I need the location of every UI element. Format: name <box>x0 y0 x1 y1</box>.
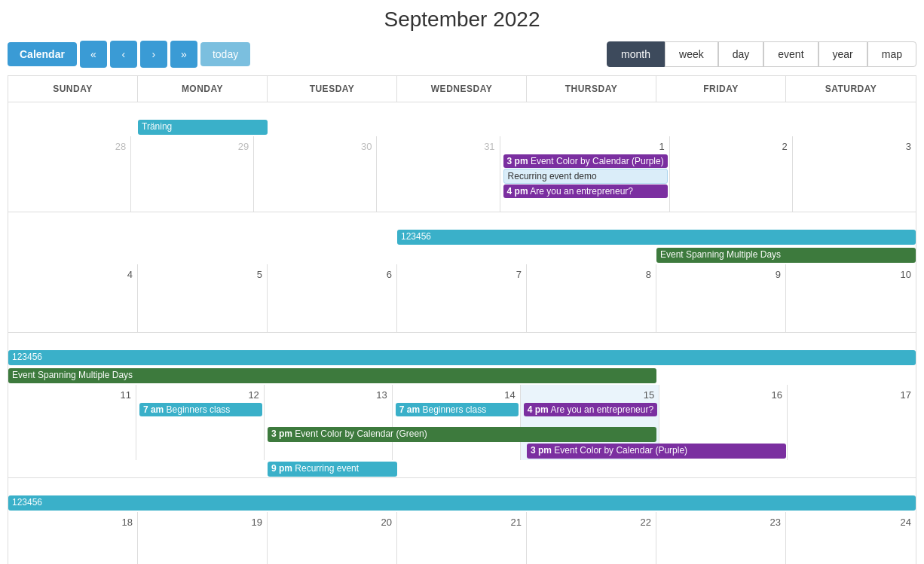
day-sep2[interactable]: 2 <box>670 136 793 212</box>
day-sep24[interactable]: 24 <box>786 512 916 564</box>
day-sep6[interactable]: 6 <box>268 264 397 332</box>
day-sep5[interactable]: 5 <box>138 264 268 332</box>
days-row-2: 4 5 6 7 8 9 10 <box>8 264 916 332</box>
view-event-button[interactable]: event <box>763 41 818 67</box>
view-buttons: month week day event year map <box>607 41 916 67</box>
day-num-28: 28 <box>11 139 129 154</box>
event-entrepreneur-sep1[interactable]: 4 pm Are you an entrepreneur? <box>503 184 668 198</box>
day-sep12[interactable]: 12 7 am Beginners class <box>136 385 265 460</box>
spanning-layer-2: 123456 <box>8 212 916 246</box>
day-num-21: 21 <box>400 515 525 529</box>
calendar-grid: SUNDAY MONDAY TUESDAY WEDNESDAY THURSDAY… <box>8 75 916 564</box>
span-empty <box>527 461 656 477</box>
day-num-20: 20 <box>271 515 395 529</box>
header-saturday: SATURDAY <box>786 76 916 102</box>
day-num-6: 6 <box>271 267 395 282</box>
view-month-button[interactable]: month <box>607 41 665 67</box>
span-empty <box>138 229 268 245</box>
span-empty <box>656 367 786 384</box>
spanning-layer-2b: Event Spanning Multiple Days <box>8 246 916 264</box>
nav-first-button[interactable]: « <box>80 41 107 68</box>
day-sep11[interactable]: 11 <box>8 385 136 460</box>
week-row-3: 123456 Event Spanning Multiple Days 11 1… <box>8 333 916 478</box>
calendar-title: September 2022 <box>8 8 916 32</box>
day-aug29[interactable]: 29 <box>131 136 254 212</box>
123456-event-week4[interactable]: 123456 <box>8 495 916 511</box>
event-color-purple-sep1[interactable]: 3 pm Event Color by Calendar (Purple) <box>503 154 668 168</box>
spanning-layer-3a: 123456 <box>8 333 916 367</box>
event-color-green-sep13[interactable]: 3 pm Event Color by Calendar (Green) <box>268 427 656 442</box>
today-button[interactable]: today <box>200 42 250 66</box>
event-color-purple-sep15[interactable]: 3 pm Event Color by Calendar (Purple) <box>527 444 786 459</box>
calendar-button[interactable]: Calendar <box>8 42 77 66</box>
spanning-layer-3b: Event Spanning Multiple Days <box>8 367 916 385</box>
spanning-layer-1: Träning <box>8 102 916 136</box>
day-aug28[interactable]: 28 <box>8 136 131 212</box>
day-sep10[interactable]: 10 <box>786 264 916 332</box>
recurring-event-demo-sep1[interactable]: Recurring event demo <box>503 169 668 184</box>
123456-event-week3[interactable]: 123456 <box>8 350 916 365</box>
day-sep1[interactable]: 1 3 pm Event Color by Calendar (Purple) … <box>500 136 670 212</box>
event-spanning-week3[interactable]: Event Spanning Multiple Days <box>8 368 656 383</box>
day-num-30: 30 <box>257 139 375 154</box>
day-sep7[interactable]: 7 <box>397 264 527 332</box>
beginners-class-sep12[interactable]: 7 am Beginners class <box>139 403 262 416</box>
event-entrepreneur-sep15[interactable]: 4 pm Are you an entrepreneur? <box>524 403 657 416</box>
day-num-12: 12 <box>139 388 262 402</box>
days-row-4: 18 19 20 21 22 23 24 <box>8 512 916 564</box>
recurring-event-sep13[interactable]: 9 pm Recurring event <box>268 462 397 477</box>
day-sep20[interactable]: 20 <box>268 512 397 564</box>
spanning-layer-3d: 9 pm Recurring event <box>8 461 916 477</box>
day-sep14[interactable]: 14 7 am Beginners class <box>393 385 521 460</box>
day-num-14: 14 <box>396 388 519 402</box>
day-sep9[interactable]: 9 <box>656 264 786 332</box>
event-spanning-week2[interactable]: Event Spanning Multiple Days <box>656 248 916 263</box>
span-empty <box>8 229 138 245</box>
day-num-7: 7 <box>400 267 525 282</box>
day-sep21[interactable]: 21 <box>397 512 527 564</box>
span-empty <box>268 229 397 245</box>
nav-last-button[interactable]: » <box>170 41 197 68</box>
day-num-23: 23 <box>659 515 784 529</box>
traning-event[interactable]: Träning <box>138 120 268 135</box>
calendar-header: SUNDAY MONDAY TUESDAY WEDNESDAY THURSDAY… <box>8 76 916 102</box>
123456-event-week2[interactable]: 123456 <box>397 230 916 245</box>
header-thursday: THURSDAY <box>527 76 656 102</box>
week-row-4: 123456 18 19 20 21 22 23 <box>8 478 916 564</box>
day-num-10: 10 <box>789 267 914 282</box>
day-aug30[interactable]: 30 <box>254 136 377 212</box>
nav-left: Calendar « ‹ › » today <box>8 41 250 68</box>
header-friday: FRIDAY <box>656 76 786 102</box>
day-aug31[interactable]: 31 <box>377 136 500 212</box>
day-sep18[interactable]: 18 <box>8 512 138 564</box>
day-sep4[interactable]: 4 <box>8 264 138 332</box>
day-num-2: 2 <box>673 139 791 154</box>
beginners-class-sep14[interactable]: 7 am Beginners class <box>396 403 519 416</box>
span-empty <box>786 367 916 384</box>
span-empty <box>268 119 397 136</box>
view-year-button[interactable]: year <box>818 41 867 67</box>
nav-next-button[interactable]: › <box>140 41 167 68</box>
day-sep23[interactable]: 23 <box>656 512 786 564</box>
day-num-1: 1 <box>503 139 668 154</box>
span-empty <box>527 247 656 264</box>
view-map-button[interactable]: map <box>867 41 916 67</box>
day-num-8: 8 <box>530 267 654 282</box>
day-num-24: 24 <box>789 515 914 529</box>
span-empty <box>656 119 786 136</box>
day-sep22[interactable]: 22 <box>527 512 656 564</box>
day-sep19[interactable]: 19 <box>138 512 268 564</box>
day-num-31: 31 <box>380 139 497 154</box>
day-sep13[interactable]: 13 <box>265 385 393 460</box>
day-sep8[interactable]: 8 <box>527 264 656 332</box>
day-num-11: 11 <box>11 388 134 402</box>
view-day-button[interactable]: day <box>718 41 764 67</box>
day-sep3[interactable]: 3 <box>793 136 916 212</box>
week-row-2: 123456 Event Spanning Multiple Days 4 5 <box>8 212 916 333</box>
view-week-button[interactable]: week <box>665 41 718 67</box>
day-sep17[interactable]: 17 <box>788 385 916 460</box>
span-empty <box>786 119 916 136</box>
day-num-29: 29 <box>134 139 252 154</box>
nav-prev-button[interactable]: ‹ <box>110 41 137 68</box>
header-sunday: SUNDAY <box>8 76 138 102</box>
